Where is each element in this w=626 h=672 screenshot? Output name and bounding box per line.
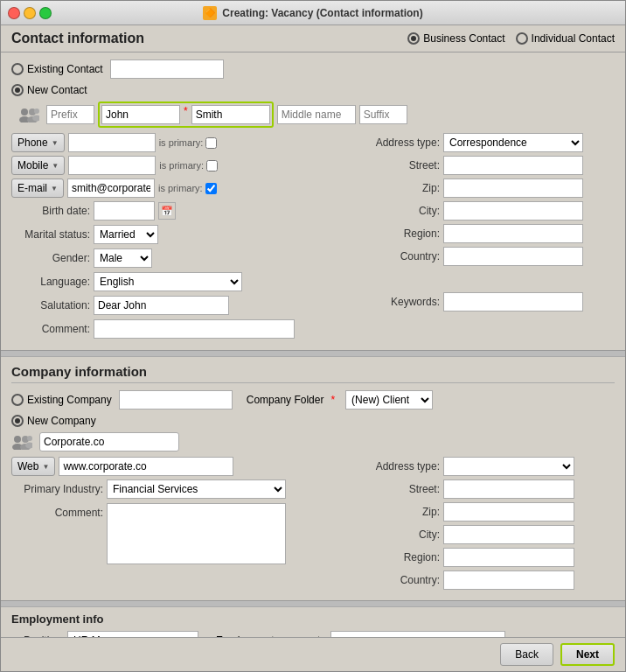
- contact-left-col: Phone ▼ is primary: M: [11, 133, 363, 343]
- svg-point-6: [14, 436, 21, 443]
- salutation-row: Salutation:: [11, 296, 363, 315]
- section-divider-2: [1, 600, 625, 607]
- phone-dropdown-arrow: ▼: [52, 139, 59, 147]
- existing-radio-dot: [11, 63, 24, 75]
- country-label: Country:: [370, 250, 440, 262]
- company-address-type-row: Address type:: [370, 457, 615, 476]
- country-input[interactable]: [443, 247, 583, 266]
- suffix-input[interactable]: [359, 105, 407, 124]
- employment-comment-input[interactable]: [330, 631, 505, 637]
- industry-select[interactable]: Financial Services: [107, 480, 286, 499]
- phone-primary-cell: is primary:: [159, 137, 218, 149]
- street-input[interactable]: [443, 156, 583, 175]
- company-region-input[interactable]: [443, 548, 574, 567]
- first-name-input[interactable]: [101, 105, 180, 124]
- company-address-type-select[interactable]: [443, 457, 574, 476]
- existing-company-row: Existing Company Company Folder * (New) …: [11, 390, 615, 410]
- company-comment-label: Comment:: [11, 503, 103, 519]
- business-radio-dot: [407, 32, 420, 45]
- email-label: E-mail: [17, 182, 47, 194]
- prefix-input[interactable]: [46, 105, 94, 124]
- new-contact-radio[interactable]: New Contact: [11, 84, 87, 96]
- region-row: Region:: [370, 224, 615, 243]
- email-button[interactable]: E-mail ▼: [11, 178, 64, 198]
- new-company-radio[interactable]: New Company: [11, 415, 96, 427]
- keywords-input[interactable]: [443, 292, 583, 312]
- city-input[interactable]: [443, 201, 583, 220]
- mobile-input[interactable]: [68, 156, 156, 175]
- maximize-button[interactable]: [39, 7, 52, 19]
- phone-label: Phone: [17, 136, 48, 149]
- existing-contact-radio[interactable]: Existing Contact: [11, 63, 103, 75]
- email-input[interactable]: [67, 178, 155, 198]
- company-left-col: Web ▼ Primary Industry: Financial Servic…: [11, 457, 363, 593]
- email-dropdown-arrow: ▼: [51, 185, 58, 192]
- company-name-input[interactable]: [39, 432, 179, 452]
- page-title: Contact information: [11, 31, 407, 46]
- scrollable-content[interactable]: Existing Contact New Contact: [1, 52, 625, 637]
- phone-primary-checkbox[interactable]: [205, 137, 217, 149]
- calendar-icon[interactable]: 📅: [158, 202, 176, 220]
- mobile-primary-checkbox[interactable]: [206, 160, 218, 172]
- salutation-label: Salutation:: [11, 299, 90, 312]
- mobile-button[interactable]: Mobile ▼: [11, 156, 65, 175]
- mobile-primary-cell: is primary:: [159, 160, 218, 172]
- business-contact-label: Business Contact: [423, 32, 504, 45]
- individual-contact-radio[interactable]: Individual Contact: [516, 32, 615, 45]
- web-button[interactable]: Web ▼: [11, 457, 55, 476]
- individual-contact-label: Individual Contact: [532, 32, 615, 45]
- back-button[interactable]: Back: [500, 643, 553, 666]
- web-row: Web ▼: [11, 457, 363, 476]
- birth-date-input[interactable]: [94, 201, 155, 220]
- company-section-title: Company information: [11, 364, 615, 383]
- email-primary-checkbox[interactable]: [205, 183, 217, 194]
- address-type-select[interactable]: Correspondence: [443, 133, 583, 152]
- phone-button[interactable]: Phone ▼: [11, 133, 65, 152]
- gender-select[interactable]: Male Female: [94, 248, 152, 268]
- employment-title: Employment info: [11, 612, 615, 626]
- company-icon: [11, 434, 32, 450]
- comment-label: Comment:: [11, 323, 90, 335]
- company-section: Company information Existing Company Com…: [1, 357, 625, 600]
- next-button[interactable]: Next: [560, 643, 615, 666]
- title-bar-text: 🔶 Creating: Vacancy (Contact information…: [203, 6, 422, 20]
- company-country-label: Country:: [370, 574, 440, 586]
- mobile-dropdown-arrow: ▼: [52, 162, 59, 170]
- zip-input[interactable]: [443, 178, 583, 198]
- company-street-input[interactable]: [443, 480, 574, 499]
- address-type-row: Address type: Correspondence: [370, 133, 615, 152]
- country-row: Country:: [370, 247, 615, 266]
- company-city-input[interactable]: [443, 525, 574, 544]
- birth-date-label: Birth date:: [11, 205, 90, 217]
- company-folder-select[interactable]: (New) Client: [345, 390, 433, 410]
- email-primary-label: is primary:: [158, 183, 203, 193]
- mobile-primary-label: is primary:: [159, 160, 204, 171]
- existing-company-radio[interactable]: Existing Company: [11, 394, 112, 406]
- salutation-input[interactable]: [94, 296, 229, 315]
- title-bar: 🔶 Creating: Vacancy (Contact information…: [1, 1, 625, 25]
- phone-input[interactable]: [68, 133, 156, 152]
- address-type-label: Address type:: [370, 136, 440, 149]
- web-input[interactable]: [59, 457, 233, 476]
- city-label: City:: [370, 205, 440, 217]
- existing-company-input[interactable]: [119, 390, 233, 410]
- company-zip-input[interactable]: [443, 502, 574, 522]
- company-folder-label: Company Folder: [247, 394, 324, 406]
- last-name-input[interactable]: [191, 105, 270, 124]
- language-select[interactable]: English French Spanish: [94, 272, 242, 291]
- keywords-label: Keywords:: [370, 296, 440, 308]
- existing-contact-input[interactable]: [110, 60, 224, 79]
- zip-row: Zip:: [370, 178, 615, 198]
- middle-name-input[interactable]: [277, 105, 356, 124]
- marital-status-select[interactable]: Married Single Divorced: [94, 225, 158, 244]
- marital-status-label: Marital status:: [11, 228, 90, 241]
- region-input[interactable]: [443, 224, 583, 243]
- company-country-input[interactable]: [443, 570, 574, 590]
- comment-input[interactable]: [94, 319, 295, 339]
- minimize-button[interactable]: [24, 7, 36, 19]
- position-select[interactable]: HR Manager: [67, 631, 198, 637]
- mobile-row: Mobile ▼ is primary:: [11, 156, 363, 175]
- close-button[interactable]: [8, 7, 20, 19]
- company-comment-textarea[interactable]: [107, 503, 286, 564]
- business-contact-radio[interactable]: Business Contact: [407, 32, 504, 45]
